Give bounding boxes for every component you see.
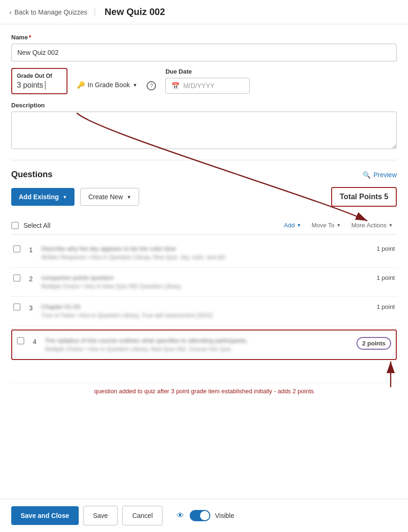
move-to-chevron-icon: ▼: [336, 223, 341, 228]
add-existing-chevron-icon: ▼: [63, 195, 67, 200]
due-date-input[interactable]: 📅 M/D/YYYY: [165, 78, 250, 94]
grade-out-of-box: Grade Out Of 3 points: [11, 68, 67, 94]
table-row: 3 Chapter 01-03 True or False • Also in …: [11, 297, 397, 326]
table-row: 2 companion points question Multiple Cho…: [11, 268, 397, 297]
due-date-label: Due Date: [165, 68, 250, 75]
move-to-button[interactable]: Move To ▼: [308, 220, 345, 231]
question-1-content: Describe why the sky appears to be the c…: [41, 245, 371, 261]
question-2-checkbox[interactable]: [13, 274, 21, 282]
grade-out-of-label: Grade Out Of: [17, 73, 62, 79]
question-2-meta: Multiple Choice • Also in New Quiz 002 Q…: [41, 283, 371, 290]
toolbar-left: Add Existing ▼ Create New ▼: [11, 188, 139, 206]
question-3-num: 3: [26, 304, 36, 312]
table-row: 4 The syllabus of this course outlines w…: [11, 330, 397, 360]
back-chevron-icon: ‹: [9, 8, 12, 16]
question-1-checkbox[interactable]: [13, 245, 21, 253]
preview-icon: 🔍: [363, 171, 371, 179]
more-actions-button[interactable]: More Actions ▼: [348, 220, 397, 231]
question-1-title: Describe why the sky appears to be the c…: [41, 245, 371, 252]
select-all-right: Add ▼ Move To ▼ More Actions ▼: [280, 220, 397, 231]
total-points-box: Total Points 5: [331, 187, 397, 207]
question-3-title: Chapter 01-03: [41, 303, 371, 310]
main-content: Name* Grade Out Of 3 points 🔑 In Grade B…: [0, 24, 408, 446]
question-2-title: companion points question: [41, 274, 371, 281]
visible-toggle-group: 👁 Visible: [177, 510, 234, 521]
question-3-meta: True or False • Also in Question Library…: [41, 312, 371, 319]
create-new-label: Create New: [88, 193, 123, 201]
preview-button[interactable]: 🔍 Preview: [363, 171, 397, 179]
grade-book-button[interactable]: 🔑 In Grade Book ▼: [77, 81, 137, 89]
visible-label: Visible: [215, 512, 234, 519]
create-new-button[interactable]: Create New ▼: [80, 188, 139, 206]
select-all-left: Select All: [11, 222, 51, 229]
question-3-checkbox[interactable]: [13, 303, 21, 311]
question-4-meta: Multiple Choice • Also in Question Libra…: [45, 346, 351, 352]
preview-label: Preview: [373, 171, 397, 179]
section-divider: [11, 160, 397, 160]
question-3-points: 1 point: [377, 303, 395, 310]
grade-row: Grade Out Of 3 points 🔑 In Grade Book ▼ …: [11, 68, 397, 94]
grade-book-chevron-icon: ▼: [133, 82, 137, 88]
description-section: Description: [11, 102, 397, 150]
question-4-content: The syllabus of this course outlines wha…: [45, 337, 351, 352]
back-link[interactable]: ‹ Back to Manage Quizzes: [9, 8, 95, 16]
key-icon: 🔑: [77, 81, 85, 89]
create-new-chevron-icon: ▼: [126, 195, 131, 200]
add-dropdown-button[interactable]: Add ▼: [280, 220, 305, 231]
move-to-label: Move To: [312, 222, 334, 229]
questions-header: Questions 🔍 Preview: [11, 170, 397, 180]
more-actions-chevron-icon: ▼: [388, 223, 393, 228]
more-actions-label: More Actions: [351, 222, 386, 229]
add-chevron-icon: ▼: [297, 223, 301, 228]
due-date-placeholder: M/D/YYYY: [183, 82, 215, 90]
question-4-title: The syllabus of this course outlines wha…: [45, 337, 351, 344]
footer: Save and Close Save Cancel 👁 Visible: [0, 499, 408, 532]
select-all-label: Select All: [23, 222, 51, 229]
name-label: Name*: [11, 34, 397, 41]
question-1-points: 1 point: [377, 245, 395, 252]
toolbar-row: Add Existing ▼ Create New ▼ Total Points…: [11, 187, 397, 207]
save-button[interactable]: Save: [83, 506, 118, 525]
help-icon[interactable]: ?: [147, 81, 156, 90]
save-and-close-button[interactable]: Save and Close: [11, 506, 79, 525]
question-4-num: 4: [30, 338, 39, 345]
annotation-note: question added to quiz after 3 point gra…: [11, 382, 397, 399]
select-all-checkbox[interactable]: [11, 222, 19, 229]
description-textarea[interactable]: [11, 112, 397, 149]
select-all-row: Select All Add ▼ Move To ▼ More Actions …: [11, 216, 397, 235]
visible-toggle[interactable]: [190, 510, 210, 521]
add-label: Add: [284, 222, 295, 229]
due-date-group: Due Date 📅 M/D/YYYY: [165, 68, 250, 94]
name-input[interactable]: [11, 44, 397, 61]
cancel-button[interactable]: Cancel: [122, 506, 163, 525]
grade-book-label: In Grade Book: [88, 81, 130, 89]
add-existing-button[interactable]: Add Existing ▼: [11, 188, 74, 206]
question-1-meta: Written Response • Also in Question Libr…: [41, 254, 371, 261]
question-3-content: Chapter 01-03 True or False • Also in Qu…: [41, 303, 371, 319]
question-list: 1 Describe why the sky appears to be the…: [11, 239, 397, 382]
question-2-points: 1 point: [377, 274, 395, 281]
question-4-checkbox[interactable]: [17, 337, 24, 345]
cursor-bar: [45, 81, 45, 90]
grade-value: 3 points: [17, 81, 62, 90]
toggle-knob: [200, 511, 209, 520]
question-1-num: 1: [26, 246, 36, 254]
calendar-icon: 📅: [171, 82, 179, 90]
description-label: Description: [11, 102, 397, 109]
eye-icon: 👁: [177, 511, 184, 520]
header: ‹ Back to Manage Quizzes New Quiz 002: [0, 0, 408, 24]
question-4-points: 2 points: [356, 337, 391, 350]
questions-section-title: Questions: [11, 170, 52, 180]
back-link-label: Back to Manage Quizzes: [15, 8, 88, 16]
question-2-content: companion points question Multiple Choic…: [41, 274, 371, 290]
add-existing-label: Add Existing: [19, 193, 59, 201]
page-title: New Quiz 002: [104, 7, 165, 17]
table-row: 1 Describe why the sky appears to be the…: [11, 239, 397, 268]
question-2-num: 2: [26, 275, 36, 283]
